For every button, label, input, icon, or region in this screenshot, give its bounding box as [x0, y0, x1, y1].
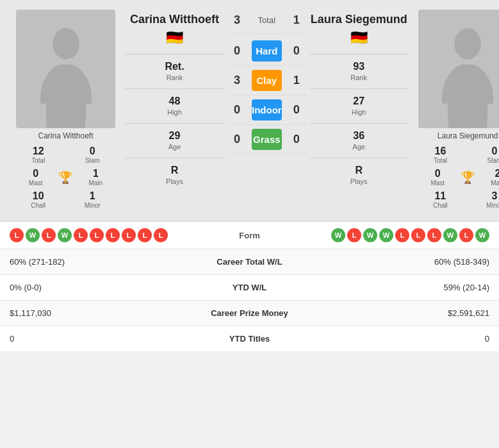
player1-total-stat: 12 Total — [31, 145, 45, 164]
clay-badge: Clay — [252, 70, 282, 91]
player1-center-info: Carina Witthoeft 🇩🇪 Ret. Rank 48 High 29… — [125, 10, 224, 192]
form-badge-l: L — [74, 228, 88, 242]
player1-high-row: 48 High — [125, 88, 224, 123]
player2-trophy-icon: 🏆 — [461, 170, 475, 185]
titles-row: 0 YTD Titles 0 — [0, 326, 499, 351]
player2-main-cell: 2 Main — [491, 168, 499, 187]
ytd-wl-player2: 59% (20-14) — [307, 283, 490, 292]
form-badge-l: L — [395, 228, 409, 242]
form-badge-l: L — [347, 228, 361, 242]
player2-flag: 🇩🇪 — [350, 29, 368, 46]
form-badge-l: L — [459, 228, 473, 242]
indoor-row: 0 Indoor 0 — [227, 95, 306, 125]
player2-minor-stat: 3 Minor — [486, 190, 499, 209]
player1-flag: 🇩🇪 — [166, 29, 183, 46]
player1-center-name: Carina Witthoeft — [130, 13, 219, 27]
form-badge-w: W — [443, 228, 457, 242]
hard-row: 0 Hard 0 — [227, 37, 306, 66]
form-badge-l: L — [138, 228, 152, 242]
player1-trophy-icon: 🏆 — [58, 170, 72, 185]
grass-row: 0 Grass 0 — [227, 125, 306, 154]
player2-silhouette — [436, 26, 499, 128]
player1-silhouette — [34, 26, 98, 128]
prize-row: $1,117,030 Career Prize Money $2,591,621 — [0, 300, 499, 326]
player1-total-slam-row: 12 Total 0 Slam — [12, 143, 120, 167]
career-wl-row: 60% (271-182) Career Total W/L 60% (518-… — [0, 249, 499, 274]
player1-photo — [16, 10, 115, 128]
clay-row: 3 Clay 1 — [227, 66, 306, 95]
player1-minor-stat: 1 Minor — [85, 190, 101, 209]
player2-chall-minor-row: 11 Chall 3 Minor — [414, 188, 499, 212]
form-badge-w: W — [475, 228, 489, 242]
form-badge-l: L — [106, 228, 120, 242]
prize-label: Career Prize Money — [192, 308, 307, 318]
player1-rank-row: Ret. Rank — [125, 54, 224, 88]
ytd-wl-row: 0% (0-0) YTD W/L 59% (20-14) — [0, 274, 499, 300]
player2-trophy-row: 0 Mast 🏆 2 Main — [414, 167, 499, 188]
titles-player1: 0 — [10, 334, 192, 344]
career-wl-player2: 60% (518-349) — [307, 257, 490, 267]
player1-slam-stat: 0 Slam — [85, 145, 100, 164]
form-badge-l: L — [42, 228, 56, 242]
player1-chall-stat: 10 Chall — [31, 190, 45, 209]
ytd-wl-label: YTD W/L — [192, 283, 307, 292]
svg-point-0 — [53, 28, 79, 60]
player1-trophy-row: 0 Mast 🏆 1 Main — [12, 167, 120, 188]
form-badge-w: W — [26, 228, 40, 242]
player2-card: Laura Siegemund 16 Total 0 Slam 0 Mast 🏆 — [409, 10, 499, 214]
form-badge-l: L — [90, 228, 104, 242]
form-badge-l: L — [122, 228, 136, 242]
form-section: LWLWLLLLLL Form WLWWLLLWLW — [0, 220, 499, 249]
form-badge-w: W — [363, 228, 377, 242]
player1-plays-row: R Plays — [125, 158, 224, 192]
form-badge-w: W — [58, 228, 72, 242]
player1-center-stats: Ret. Rank 48 High 29 Age R Plays — [125, 54, 224, 192]
player2-mast-cell: 0 Mast — [430, 168, 445, 187]
player2-photo-wrap — [409, 10, 499, 128]
form-badge-l: L — [427, 228, 441, 242]
indoor-badge: Indoor — [252, 99, 282, 120]
form-badge-w: W — [379, 228, 393, 242]
player1-name: Carina Witthoeft — [6, 131, 125, 140]
ytd-wl-player1: 0% (0-0) — [10, 283, 192, 292]
player2-name: Laura Siegemund — [409, 131, 499, 140]
player1-form-badges: LWLWLLLLLL — [10, 228, 168, 242]
player2-photo — [418, 10, 499, 128]
stats-table: 60% (271-182) Career Total W/L 60% (518-… — [0, 249, 499, 351]
player1-chall-minor-row: 10 Chall 1 Minor — [12, 188, 120, 212]
svg-point-1 — [454, 28, 480, 60]
player1-card: Carina Witthoeft 12 Total 0 Slam 0 Mast … — [6, 10, 125, 214]
player1-photo-wrap — [6, 10, 125, 128]
player2-center-info: Laura Siegemund 🇩🇪 93 Rank 27 High 36 Ag… — [309, 10, 409, 192]
player2-high-row: 27 High — [309, 88, 409, 123]
player2-plays-row: R Plays — [309, 158, 409, 192]
surfaces-section: 3 Total 1 0 Hard 0 3 Clay 1 0 Indoor 0 0… — [224, 10, 309, 154]
player2-total-slam-row: 16 Total 0 Slam — [414, 143, 499, 167]
grass-badge: Grass — [252, 129, 282, 150]
prize-player1: $1,117,030 — [10, 308, 192, 318]
career-wl-player1: 60% (271-182) — [10, 257, 192, 267]
prize-player2: $2,591,621 — [307, 308, 490, 318]
player1-main-cell: 1 Main — [88, 168, 102, 187]
player1-mast-cell: 0 Mast — [29, 168, 43, 187]
form-badge-l: L — [10, 228, 24, 242]
form-badge-l: L — [411, 228, 425, 242]
player1-age-row: 29 Age — [125, 123, 224, 158]
player2-age-row: 36 Age — [309, 123, 409, 158]
total-row: 3 Total 1 — [227, 10, 306, 34]
career-wl-label: Career Total W/L — [192, 257, 307, 267]
form-label: Form — [218, 231, 282, 240]
comparison-section: Carina Witthoeft 12 Total 0 Slam 0 Mast … — [0, 0, 499, 220]
player2-center-stats: 93 Rank 27 High 36 Age R Plays — [309, 54, 409, 192]
hard-badge: Hard — [252, 40, 282, 62]
player2-total-stat: 16 Total — [434, 145, 447, 164]
player2-rank-row: 93 Rank — [309, 54, 409, 88]
player2-slam-stat: 0 Slam — [487, 145, 499, 164]
form-badge-w: W — [331, 228, 345, 242]
player2-chall-stat: 11 Chall — [433, 190, 448, 209]
titles-label: YTD Titles — [192, 334, 307, 344]
player2-center-name: Laura Siegemund — [311, 13, 407, 27]
player2-form-badges: WLWWLLLWLW — [331, 228, 489, 242]
form-badge-l: L — [154, 228, 168, 242]
titles-player2: 0 — [307, 334, 490, 344]
